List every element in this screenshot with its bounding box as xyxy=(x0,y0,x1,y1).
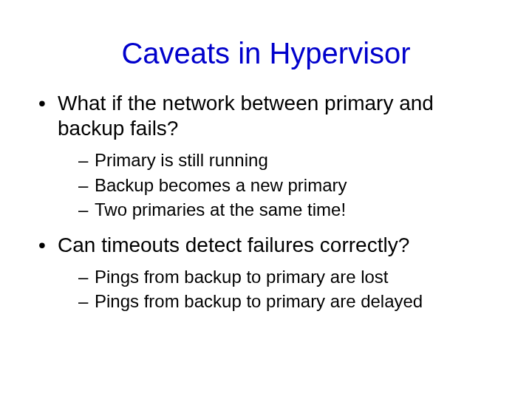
bullet-text: What if the network between primary and … xyxy=(58,92,434,140)
sub-bullet-item: Primary is still running xyxy=(78,149,502,171)
slide: Caveats in Hypervisor What if the networ… xyxy=(0,0,532,399)
sub-bullet-text: Primary is still running xyxy=(95,150,268,170)
sub-bullet-text: Pings from backup to primary are lost xyxy=(95,267,389,287)
bullet-text: Can timeouts detect failures correctly? xyxy=(58,233,409,256)
sub-bullet-list: Pings from backup to primary are lost Pi… xyxy=(58,265,502,313)
sub-bullet-text: Backup becomes a new primary xyxy=(95,175,347,195)
sub-bullet-text: Two primaries at the same time! xyxy=(95,200,346,219)
slide-title: Caveats in Hypervisor xyxy=(30,37,502,70)
sub-bullet-text: Pings from backup to primary are delayed xyxy=(95,291,423,311)
sub-bullet-item: Two primaries at the same time! xyxy=(78,198,502,221)
sub-bullet-item: Pings from backup to primary are delayed xyxy=(78,290,502,313)
sub-bullet-item: Pings from backup to primary are lost xyxy=(78,265,502,288)
bullet-list: What if the network between primary and … xyxy=(30,91,502,313)
sub-bullet-list: Primary is still running Backup becomes … xyxy=(58,149,502,221)
bullet-item: What if the network between primary and … xyxy=(37,91,502,221)
bullet-item: Can timeouts detect failures correctly? … xyxy=(37,233,502,313)
sub-bullet-item: Backup becomes a new primary xyxy=(78,174,502,197)
